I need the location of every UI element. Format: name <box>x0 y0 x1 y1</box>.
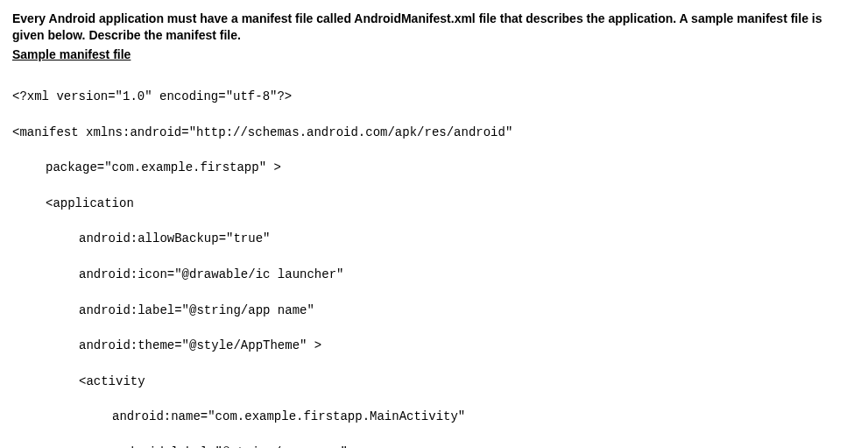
code-line: android:allowBackup="true" <box>12 230 856 247</box>
code-line: package="com.example.firstapp" > <box>12 159 856 176</box>
sample-manifest-heading: Sample manifest file <box>12 47 856 61</box>
code-line: <activity <box>12 373 856 390</box>
code-line: android:theme="@style/AppTheme" > <box>12 337 856 354</box>
code-line: <?xml version="1.0" encoding="utf-8"?> <box>12 88 856 105</box>
code-line: android:label="@string/app name" <box>12 302 856 319</box>
intro-paragraph: Every Android application must have a ma… <box>12 11 856 44</box>
code-line: <application <box>12 195 856 212</box>
code-line: android:label="@string/app name" > <box>12 444 856 448</box>
code-line: android:icon="@drawable/ic launcher" <box>12 266 856 283</box>
code-block: <?xml version="1.0" encoding="utf-8"?> <… <box>12 70 856 448</box>
code-line: <manifest xmlns:android="http://schemas.… <box>12 124 856 141</box>
code-line: android:name="com.example.firstapp.MainA… <box>12 408 856 425</box>
